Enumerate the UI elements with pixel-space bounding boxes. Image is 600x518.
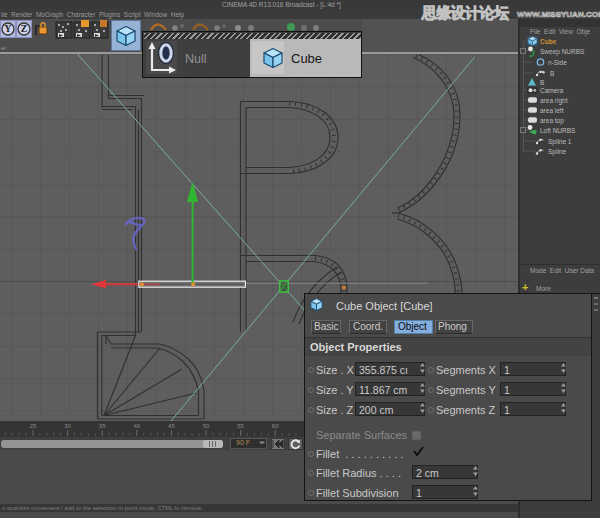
svg-text:60: 60 bbox=[272, 423, 279, 429]
svg-text:45: 45 bbox=[168, 423, 175, 429]
svg-text:40: 40 bbox=[133, 423, 140, 429]
svg-text:55: 55 bbox=[237, 423, 244, 429]
svg-text:35: 35 bbox=[99, 423, 106, 429]
svg-text:Y: Y bbox=[5, 24, 12, 34]
svg-text:30: 30 bbox=[64, 423, 71, 429]
svg-text:Z: Z bbox=[21, 24, 27, 34]
svg-text:25: 25 bbox=[30, 423, 37, 429]
svg-text:50: 50 bbox=[203, 423, 210, 429]
